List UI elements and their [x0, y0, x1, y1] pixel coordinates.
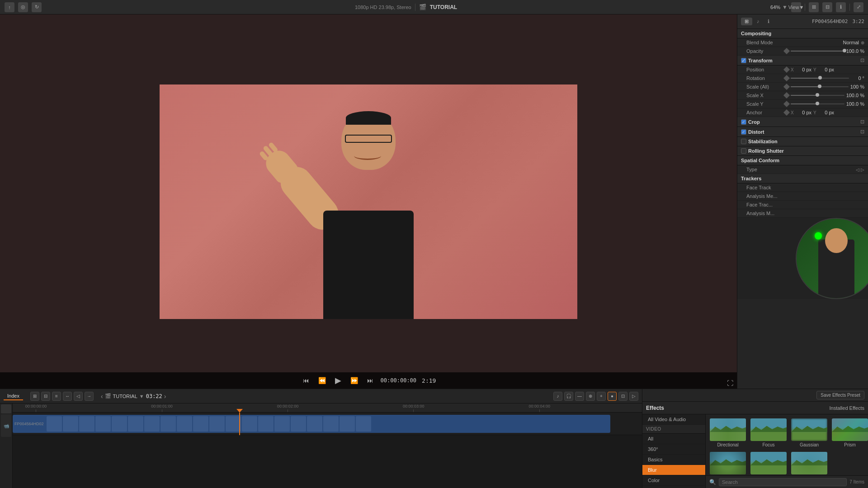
- view-btn[interactable]: View ▼: [791, 2, 801, 12]
- timeline-total-time: 03:22: [146, 393, 162, 399]
- tl-snap-btn[interactable]: ⊕: [586, 392, 595, 401]
- effect-focus[interactable]: Focus: [749, 417, 788, 449]
- step-back-btn[interactable]: ⏪: [316, 376, 328, 385]
- effect-zoom[interactable]: Zoom: [790, 450, 829, 475]
- cat-color[interactable]: Color: [642, 475, 705, 486]
- next-clip-btn[interactable]: ›: [164, 393, 166, 400]
- thumb-14: [258, 416, 274, 432]
- distort-icon[interactable]: ⊡: [860, 129, 864, 135]
- effect-gaussian[interactable]: Gaussian: [790, 417, 829, 449]
- crop-icon[interactable]: ⊡: [860, 119, 864, 125]
- play-btn[interactable]: ▶: [333, 375, 343, 386]
- cat-360[interactable]: 360°: [642, 444, 705, 455]
- tl-audio-btn[interactable]: ♪: [553, 392, 562, 401]
- thumb-17: [307, 416, 322, 432]
- scale-all-label: Scale (All): [746, 84, 783, 89]
- tl-expand-btn[interactable]: ▷: [629, 392, 638, 401]
- tl-btn-2[interactable]: ⊟: [41, 392, 50, 401]
- thumb-19: [340, 416, 355, 432]
- tl-btn-3[interactable]: ≡: [52, 392, 61, 401]
- rewind-btn[interactable]: ⏮: [301, 376, 311, 385]
- info-icon[interactable]: ℹ: [836, 2, 846, 12]
- stabilization-checkbox[interactable]: [741, 139, 746, 144]
- timeline-track-area[interactable]: FP004564HD02: [13, 413, 642, 435]
- effects-search-input[interactable]: [719, 478, 847, 486]
- tl-headphones-btn[interactable]: 🎧: [564, 392, 573, 401]
- tl-record-btn[interactable]: ●: [608, 392, 617, 401]
- type-row: Type ◁ ▷: [737, 165, 868, 174]
- filter-icon[interactable]: ⊟: [822, 2, 832, 12]
- thumb-5: [112, 416, 127, 432]
- position-diamond[interactable]: [783, 66, 790, 73]
- anchor-diamond[interactable]: [783, 109, 790, 116]
- scale-all-diamond[interactable]: [783, 84, 790, 90]
- thumb-7: [144, 416, 160, 432]
- tl-btn-arrow[interactable]: →: [85, 392, 94, 401]
- fast-fwd-btn[interactable]: ⏭: [365, 376, 375, 385]
- distort-checkbox[interactable]: ✓: [741, 129, 746, 135]
- inspector-tab-video[interactable]: ⊞: [741, 18, 752, 25]
- export-icon[interactable]: ↑: [5, 2, 14, 12]
- effect-directional[interactable]: Directional: [708, 417, 747, 449]
- effect-prism[interactable]: Prism: [830, 417, 868, 449]
- tl-btn-4[interactable]: ↔: [63, 392, 72, 401]
- stabilization-section[interactable]: Stabilization: [737, 137, 868, 146]
- tl-btn-5[interactable]: ◁: [74, 392, 83, 401]
- opacity-diamond[interactable]: [783, 48, 790, 54]
- save-effects-preset-btn[interactable]: Save Effects Preset: [816, 391, 864, 399]
- scale-y-diamond[interactable]: [783, 101, 790, 107]
- rolling-shutter-checkbox[interactable]: [741, 148, 746, 154]
- scale-x-slider[interactable]: [791, 95, 844, 96]
- media-icon[interactable]: ◎: [18, 2, 28, 12]
- crop-section[interactable]: ✓ Crop ⊡: [737, 117, 868, 127]
- effect-radial[interactable]: Radial: [708, 450, 747, 475]
- crop-checkbox[interactable]: ✓: [741, 119, 746, 125]
- rotation-diamond[interactable]: [783, 75, 790, 81]
- rotation-value: 0 °: [851, 75, 864, 81]
- tl-mute-btn[interactable]: —: [575, 392, 584, 401]
- video-frame: [160, 84, 577, 319]
- glasses: [345, 135, 392, 143]
- rotation-slider[interactable]: [791, 78, 849, 79]
- inspector-tab-audio[interactable]: ♪: [753, 18, 763, 25]
- effect-thumb-focus: [750, 418, 787, 441]
- compositing-section[interactable]: Compositing: [737, 29, 868, 38]
- fullscreen-icon[interactable]: ⤢: [854, 2, 863, 12]
- clip-strip-1[interactable]: FP004564HD02: [13, 415, 610, 433]
- playhead[interactable]: [239, 413, 240, 435]
- rotation-row: Rotation 0 °: [737, 74, 868, 83]
- spatial-conform-section[interactable]: Spatial Conform: [737, 156, 868, 165]
- blend-mode-arrow[interactable]: ⊕: [861, 40, 864, 45]
- tl-add-btn[interactable]: +: [597, 392, 606, 401]
- effect-name-gaussian: Gaussian: [800, 442, 819, 447]
- refresh-icon[interactable]: ↻: [32, 2, 42, 12]
- transform-expand[interactable]: ⊡: [860, 57, 864, 63]
- cat-basics[interactable]: Basics: [642, 455, 705, 465]
- trackers-section[interactable]: Trackers: [737, 174, 868, 183]
- transform-checkbox[interactable]: ✓: [741, 58, 746, 63]
- transform-section[interactable]: ✓ Transform ⊡: [737, 56, 868, 66]
- step-fwd-btn[interactable]: ⏩: [349, 376, 360, 385]
- cat-all[interactable]: All: [642, 434, 705, 444]
- timeline-tab-index[interactable]: Index: [4, 392, 23, 400]
- scale-all-slider[interactable]: [791, 86, 849, 87]
- tl-btn-1[interactable]: ⊞: [30, 392, 39, 401]
- fullscreen-toggle[interactable]: ⛶: [727, 380, 733, 387]
- cat-blur[interactable]: Blur: [642, 465, 705, 475]
- cat-all-video-audio[interactable]: All Video & Audio: [642, 414, 705, 425]
- tl-last-btn[interactable]: ⊡: [618, 392, 627, 401]
- inspector-tab-info[interactable]: ℹ: [764, 18, 773, 25]
- scale-x-row: Scale X 100.0 %: [737, 91, 868, 100]
- prev-clip-btn[interactable]: ‹: [101, 393, 103, 400]
- scale-x-diamond[interactable]: [783, 92, 790, 99]
- effect-sharpen[interactable]: Sharpen: [749, 450, 788, 475]
- inspector-icon[interactable]: ⊞: [809, 2, 819, 12]
- type-arrows[interactable]: ◁ ▷: [856, 167, 864, 172]
- distort-section[interactable]: ✓ Distort ⊡: [737, 127, 868, 137]
- scale-y-slider[interactable]: [791, 103, 844, 104]
- rolling-shutter-section[interactable]: Rolling Shutter: [737, 146, 868, 156]
- scale-x-label: Scale X: [746, 93, 783, 98]
- clip-name: FP004564HD02: [812, 19, 848, 24]
- opacity-slider[interactable]: [791, 51, 844, 52]
- ruler-mark-4: 00:00:04:00: [528, 404, 550, 412]
